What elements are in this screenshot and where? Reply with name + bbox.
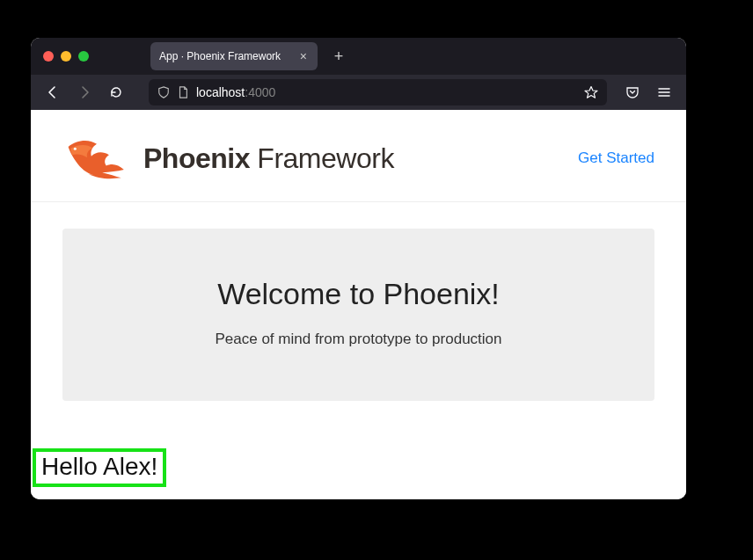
pocket-icon [625, 85, 640, 99]
hamburger-icon [657, 85, 671, 99]
page-icon [177, 86, 189, 98]
new-tab-button[interactable]: + [326, 44, 351, 69]
bookmark-button[interactable] [584, 85, 598, 99]
brand-bold: Phoenix [143, 142, 250, 174]
page-content: Phoenix Framework Get Started Welcome to… [31, 110, 686, 499]
brand-light: Framework [250, 142, 394, 174]
close-tab-icon[interactable]: × [298, 49, 309, 63]
page-header: Phoenix Framework Get Started [31, 110, 686, 202]
address-bar[interactable]: localhost:4000 [149, 79, 607, 105]
hero-subtitle: Peace of mind from prototype to producti… [80, 331, 637, 348]
url-port: :4000 [245, 85, 275, 99]
arrow-left-icon [46, 85, 60, 99]
star-icon [584, 85, 598, 99]
maximize-window-button[interactable] [78, 51, 89, 62]
window-controls [43, 51, 89, 62]
minimize-window-button[interactable] [61, 51, 71, 62]
hero-title: Welcome to Phoenix! [80, 277, 637, 311]
hero-panel: Welcome to Phoenix! Peace of mind from p… [62, 229, 654, 401]
get-started-link[interactable]: Get Started [578, 149, 654, 167]
pocket-button[interactable] [619, 79, 646, 105]
logo: Phoenix Framework [62, 135, 394, 182]
back-button[interactable] [40, 79, 66, 105]
toolbar: localhost:4000 [31, 75, 686, 110]
brand-text: Phoenix Framework [143, 142, 394, 175]
reload-icon [109, 85, 123, 99]
menu-button[interactable] [651, 79, 677, 105]
url-host: localhost [196, 85, 245, 99]
highlight-box: Hello Alex! [33, 448, 166, 487]
titlebar: App · Phoenix Framework × + [31, 38, 686, 75]
tab-title: App · Phoenix Framework [159, 50, 298, 62]
tab-strip: App · Phoenix Framework × + [150, 38, 351, 75]
svg-point-0 [74, 148, 77, 150]
forward-button[interactable] [71, 79, 98, 105]
close-window-button[interactable] [43, 51, 54, 62]
browser-tab[interactable]: App · Phoenix Framework × [150, 42, 318, 70]
reload-button[interactable] [103, 79, 129, 105]
shield-icon [157, 86, 170, 98]
highlight-text: Hello Alex! [41, 453, 157, 480]
browser-window: App · Phoenix Framework × + localhost:40… [31, 38, 686, 499]
url-text: localhost:4000 [196, 85, 275, 99]
phoenix-icon [62, 135, 131, 182]
arrow-right-icon [77, 85, 91, 99]
